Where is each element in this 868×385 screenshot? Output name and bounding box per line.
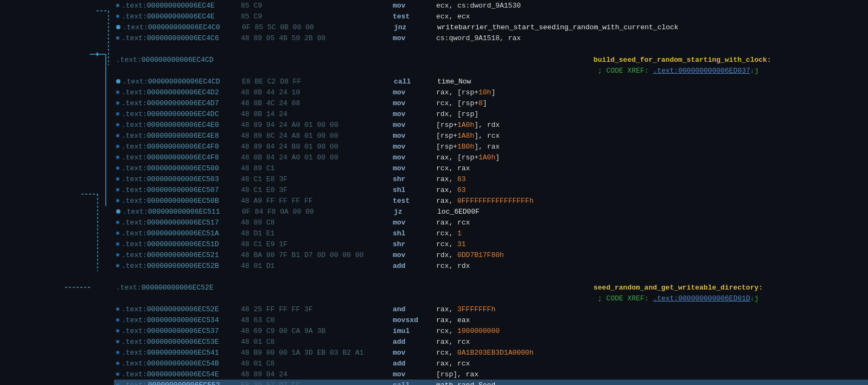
table-row[interactable]: .text:000000000006EC4E 85 C9 test ecx, e… xyxy=(114,11,868,22)
bytes: 85 C9 xyxy=(241,2,393,10)
dot xyxy=(116,101,119,105)
bytes: 48 89 8C 24 A8 01 00 00 xyxy=(241,132,393,140)
empty-line xyxy=(114,43,868,54)
operands: rax, 63 xyxy=(436,186,466,194)
table-row[interactable]: .text:000000000006EC4E8 48 89 8C 24 A8 0… xyxy=(114,130,868,141)
table-row[interactable]: .text:000000000006EC51D 48 C1 E9 1F shr … xyxy=(114,239,868,249)
operands: rcx, 1 xyxy=(436,229,462,238)
table-row[interactable]: .text:000000000006EC4C0 0F 85 5C 0B 00 0… xyxy=(114,22,868,33)
empty-line xyxy=(114,271,868,282)
mnemonic: and xyxy=(393,305,436,313)
dot xyxy=(116,4,119,7)
address: .text:000000000006EC534 xyxy=(122,316,241,324)
table-row[interactable]: .text:000000000006EC534 48 63 C0 movsxd … xyxy=(114,315,868,325)
table-row[interactable]: .text:000000000006EC4F0 48 89 84 24 B0 0… xyxy=(114,141,868,152)
bytes: 48 89 04 24 xyxy=(241,370,393,378)
table-row[interactable]: .text:000000000006EC4DC 48 8B 14 24 mov … xyxy=(114,108,868,119)
mnemonic: test xyxy=(393,12,436,21)
operands: rcx, [rsp+8] xyxy=(436,99,487,107)
bytes: 48 C1 E0 3F xyxy=(241,186,393,194)
table-row[interactable]: .text:000000000006EC503 48 C1 E8 3F shr … xyxy=(114,174,868,184)
mnemonic: mov xyxy=(393,349,436,357)
bytes: 85 C9 xyxy=(241,12,393,21)
bytes: 48 BA 80 7F B1 D7 0D 00 00 00 xyxy=(241,251,393,259)
dot xyxy=(116,373,119,376)
graph-arrows xyxy=(0,0,114,385)
table-row[interactable]: .text:000000000006EC517 48 89 C8 mov rax… xyxy=(114,217,868,228)
operands: [rsp+1A8h], rcx xyxy=(436,132,500,140)
table-row[interactable]: .text:000000000006EC511 0F 84 F8 0A 00 0… xyxy=(114,206,868,217)
bytes: E8 39 57 D7 FF xyxy=(241,381,393,386)
dot xyxy=(116,253,119,256)
svg-marker-4 xyxy=(97,52,99,56)
function-label: build_seed_for_random_starting_with_cloc… xyxy=(593,56,771,64)
mnemonic: mov xyxy=(393,370,436,378)
dot xyxy=(116,166,119,170)
label-addr: .text:000000000006EC4CD xyxy=(116,56,235,64)
table-row[interactable]: .text:000000000006EC52E 48 25 FF FF FF 3… xyxy=(114,304,868,315)
bytes: 0F 84 F8 0A 00 00 xyxy=(242,208,394,216)
xref-comment: ; CODE XREF: .text:000000000006ED01D↓j xyxy=(598,294,758,303)
operands: loc_6ED00F xyxy=(437,208,480,216)
address: .text:000000000006EC4E xyxy=(122,12,241,21)
bytes: 48 01 D1 xyxy=(241,262,393,270)
address: .text:000000000006EC4D2 xyxy=(122,88,241,97)
operands: rcx, 31 xyxy=(436,240,466,248)
mnemonic: mov xyxy=(393,153,436,162)
address: .text:000000000006EC54E xyxy=(122,370,241,378)
mnemonic: jz xyxy=(394,208,437,216)
address: .text:000000000006EC541 xyxy=(122,349,241,357)
table-row[interactable]: .text:000000000006EC50B 48 A9 FF FF FF F… xyxy=(114,195,868,206)
operands: rax, eax xyxy=(436,316,470,324)
operands: cs:qword_9A1518, rax xyxy=(436,34,521,42)
table-row[interactable]: .text:000000000006EC52B 48 01 D1 add rcx… xyxy=(114,260,868,271)
bytes: 48 25 FF FF FF 3F xyxy=(241,305,393,313)
table-row[interactable]: .text:000000000006EC552 E8 39 57 D7 FF c… xyxy=(114,380,868,385)
bytes: 48 C1 E9 1F xyxy=(241,240,393,248)
bytes: 48 89 84 24 B0 01 00 00 xyxy=(241,143,393,151)
dot xyxy=(116,134,119,137)
mnemonic: call xyxy=(393,381,436,386)
mnemonic: mov xyxy=(393,143,436,151)
address: .text:000000000006EC4CD xyxy=(123,78,242,86)
mnemonic: test xyxy=(393,197,436,205)
operands: rax, 63 xyxy=(436,175,466,183)
table-row[interactable]: .text:000000000006EC4C6 48 89 05 4B 50 2… xyxy=(114,33,868,43)
bytes: 48 A9 FF FF FF FF xyxy=(241,197,393,205)
address: .text:000000000006EC53E xyxy=(122,338,241,346)
table-row[interactable]: .text:000000000006EC4F8 48 8B 84 24 A0 0… xyxy=(114,152,868,163)
table-row[interactable]: .text:000000000006EC500 48 89 C1 mov rcx… xyxy=(114,163,868,174)
function-label: seed_random_and_get_writeable_directory: xyxy=(593,284,763,292)
table-row[interactable]: .text:000000000006EC4D7 48 8B 4C 24 08 m… xyxy=(114,98,868,108)
operands: rcx, 1000000000 xyxy=(436,327,500,335)
table-row[interactable]: .text:000000000006EC507 48 C1 E0 3F shl … xyxy=(114,184,868,195)
mnemonic: shl xyxy=(393,229,436,238)
bytes: 48 8B 14 24 xyxy=(241,110,393,118)
table-row[interactable]: .text:000000000006EC53E 48 01 C8 add rax… xyxy=(114,336,868,347)
address: .text:000000000006EC4D7 xyxy=(122,99,241,107)
table-row[interactable]: .text:000000000006EC537 48 69 C9 00 CA 9… xyxy=(114,325,868,336)
mnemonic: movsxd xyxy=(393,316,436,324)
table-row[interactable]: .text:000000000006EC4E 85 C9 mov ecx, cs… xyxy=(114,0,868,11)
address: .text:000000000006EC4C0 xyxy=(123,23,242,31)
dot xyxy=(116,177,119,181)
mnemonic: mov xyxy=(393,164,436,172)
table-row[interactable]: .text:000000000006EC4CD E8 BE C2 D8 FF c… xyxy=(114,76,868,87)
dot xyxy=(116,329,119,332)
address: .text:000000000006EC51D xyxy=(122,240,241,248)
dot xyxy=(116,351,119,354)
table-row[interactable]: .text:000000000006EC541 48 B9 00 00 1A 3… xyxy=(114,347,868,358)
table-row[interactable]: .text:000000000006EC4D2 48 8B 44 24 10 m… xyxy=(114,87,868,98)
operands: math_rand_Seed xyxy=(436,381,495,386)
address: .text:000000000006EC51A xyxy=(122,229,241,238)
bytes: 48 8B 44 24 10 xyxy=(241,88,393,97)
address: .text:000000000006EC517 xyxy=(122,219,241,227)
table-row[interactable]: .text:000000000006EC51A 48 D1 E1 shl rcx… xyxy=(114,228,868,239)
table-row[interactable]: .text:000000000006EC54E 48 89 04 24 mov … xyxy=(114,369,868,380)
table-row[interactable]: .text:000000000006EC521 48 BA 80 7F B1 D… xyxy=(114,249,868,260)
dot xyxy=(116,79,120,84)
table-row[interactable]: .text:000000000006EC4E0 48 89 94 24 A0 0… xyxy=(114,119,868,130)
table-row[interactable]: .text:000000000006EC54B 48 01 C8 add rax… xyxy=(114,358,868,369)
operands: writebarrier_then_start_seeding_random_w… xyxy=(437,23,679,31)
mnemonic: mov xyxy=(393,121,436,129)
